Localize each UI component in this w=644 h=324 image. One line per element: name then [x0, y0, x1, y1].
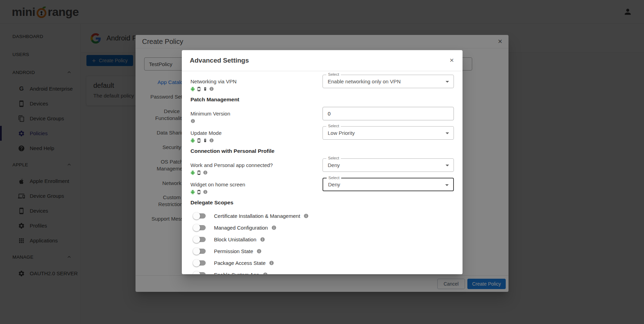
platform-icons: [190, 86, 236, 92]
toggle-enable-system-app[interactable]: [194, 272, 206, 275]
info-icon[interactable]: [256, 249, 262, 254]
toggle-thumb: [193, 224, 200, 231]
toggle-thumb: [193, 212, 200, 220]
field-label-block: Widget on home screen: [190, 178, 245, 195]
info-icon[interactable]: [271, 225, 277, 230]
select-value: Low Priority: [328, 130, 355, 136]
toggle-package-access-state[interactable]: [194, 260, 206, 266]
select-widget-on-home-screen[interactable]: SelectDeny: [323, 178, 454, 191]
field-row-work-and-personal-app-connected-: Work and Personal app connected?SelectDe…: [190, 158, 454, 175]
field-label-block: Work and Personal app connected?: [190, 158, 273, 175]
input-minimum-version[interactable]: [323, 107, 454, 120]
platform-icons: [190, 189, 245, 195]
info-icon[interactable]: [209, 86, 214, 91]
info-icon[interactable]: [209, 138, 214, 143]
android-icon: [190, 170, 195, 175]
advanced-settings-body: Networking via VPNSelectEnable networkin…: [182, 71, 463, 274]
field-label-block: Minimum Version: [190, 107, 230, 124]
section-heading-patch-management: Patch Management: [190, 96, 454, 103]
toggle-managed-configuration[interactable]: [194, 225, 206, 230]
toggle-label: Certificate Installation & Management: [214, 213, 300, 219]
info-icon[interactable]: [269, 260, 274, 266]
smartphone-icon: [197, 87, 201, 91]
select-value: Deny: [328, 162, 340, 168]
field-row-networking-via-vpn: Networking via VPNSelectEnable networkin…: [190, 75, 454, 92]
android-icon: [190, 190, 195, 194]
select-work-and-personal-app-connected-[interactable]: SelectDeny: [323, 158, 454, 172]
info-icon[interactable]: [263, 272, 268, 275]
toggle-block-unistallation[interactable]: [194, 237, 206, 242]
toggle-label: Enable System App: [214, 272, 259, 275]
toggle-label: Permission State: [214, 248, 253, 254]
advanced-settings-modal: Advanced Settings × Networking via VPNSe…: [182, 50, 463, 274]
select-update-mode[interactable]: SelectLow Priority: [323, 126, 454, 140]
smartphone-icon: [197, 170, 201, 175]
field-row-minimum-version: Minimum Version: [190, 107, 454, 124]
dropdown-arrow-icon: [446, 132, 449, 134]
info-icon[interactable]: [304, 213, 309, 219]
field-label-block: Networking via VPN: [190, 75, 236, 92]
advanced-settings-header: Advanced Settings: [182, 50, 463, 71]
dropdown-arrow-icon: [446, 165, 449, 166]
field-label: Update Mode: [190, 130, 222, 137]
select-value: Deny: [328, 182, 340, 187]
select-floating-label: Select: [326, 156, 341, 160]
select-floating-label: Select: [326, 72, 341, 76]
info-icon[interactable]: [203, 189, 208, 194]
select-floating-label: Select: [327, 176, 341, 180]
toggle-row-package-access-state: Package Access State: [190, 257, 454, 269]
info-icon[interactable]: [260, 237, 265, 242]
field-label: Widget on home screen: [190, 181, 245, 188]
section-heading-connection-with-personal-profile: Connection with Personal Profile: [190, 147, 454, 155]
screen: mini range DASHBOARDUSERSANDROIDGAndroid…: [0, 0, 644, 324]
info-icon[interactable]: [190, 119, 195, 123]
platform-icons: [190, 118, 230, 124]
toggle-row-certificate-installation-management: Certificate Installation & Management: [190, 210, 454, 222]
android-icon: [190, 87, 195, 91]
kiosk-icon: [203, 87, 207, 91]
toggle-thumb: [193, 236, 200, 243]
android-icon: [190, 138, 195, 143]
field-label-block: Update Mode: [190, 126, 222, 143]
field-label: Minimum Version: [190, 110, 230, 117]
toggle-label: Package Access State: [214, 260, 265, 266]
dropdown-arrow-icon: [446, 81, 449, 83]
toggle-label: Managed Configuration: [214, 225, 268, 231]
info-icon[interactable]: [203, 170, 208, 175]
field-label: Work and Personal app connected?: [190, 162, 273, 169]
select-floating-label: Select: [326, 124, 341, 128]
kiosk-icon: [203, 138, 207, 143]
close-icon[interactable]: ×: [450, 56, 454, 64]
toggle-thumb: [193, 248, 200, 255]
toggle-row-managed-configuration: Managed Configuration: [190, 222, 454, 233]
toggle-row-block-unistallation: Block Unistallation: [190, 233, 454, 245]
select-networking-via-vpn[interactable]: SelectEnable networking only on VPN: [323, 75, 454, 88]
toggle-row-permission-state: Permission State: [190, 245, 454, 257]
platform-icons: [190, 170, 273, 175]
toggle-row-enable-system-app: Enable System App: [190, 269, 454, 274]
toggle-thumb: [193, 271, 200, 275]
smartphone-icon: [197, 190, 201, 194]
field-label: Networking via VPN: [190, 78, 236, 85]
field-row-widget-on-home-screen: Widget on home screenSelectDeny: [190, 178, 454, 195]
smartphone-icon: [197, 138, 201, 143]
section-heading-delegate-scopes: Delegate Scopes: [190, 199, 454, 206]
platform-icons: [190, 138, 222, 143]
toggle-certificate-installation-management[interactable]: [194, 213, 206, 219]
toggle-permission-state[interactable]: [194, 249, 206, 254]
toggle-thumb: [193, 259, 200, 267]
field-row-update-mode: Update ModeSelectLow Priority: [190, 126, 454, 143]
advanced-settings-title: Advanced Settings: [190, 57, 249, 64]
select-value: Enable networking only on VPN: [328, 78, 401, 84]
dropdown-arrow-icon: [445, 184, 449, 186]
toggle-label: Block Unistallation: [214, 237, 256, 242]
